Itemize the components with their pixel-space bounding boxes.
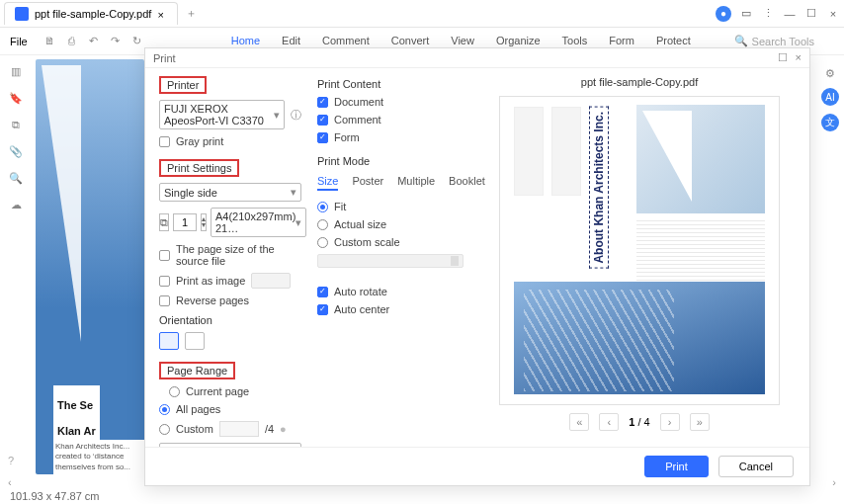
history-icon[interactable]: ↻ (130, 35, 144, 47)
print-dialog: Print ☐ × Printer FUJI XEROX ApeosPort-V… (144, 47, 810, 486)
dialog-title: Print (153, 52, 176, 64)
range-help-icon[interactable]: ● (280, 423, 287, 435)
preview-thumb-2 (551, 107, 581, 196)
copies-step[interactable]: ▴▾ (201, 213, 207, 231)
current-page-radio[interactable] (169, 386, 180, 397)
ai-icon[interactable]: AI (821, 88, 839, 106)
more-icon[interactable]: ⋮ (761, 7, 775, 21)
tab-size[interactable]: Size (317, 175, 338, 191)
preview-image-1 (636, 105, 765, 213)
autorotate-check[interactable] (317, 287, 328, 297)
preview-page: About Khan Architects Inc. (499, 96, 780, 405)
orientation-landscape[interactable] (185, 332, 205, 350)
printer-header: Printer (159, 76, 207, 94)
printer-select[interactable]: FUJI XEROX ApeosPort-VI C3370▾ (159, 100, 285, 129)
thumbnails-icon[interactable]: ▥ (8, 65, 24, 78)
cloud-icon[interactable]: ☁ (8, 199, 24, 211)
pager-last[interactable]: » (690, 413, 710, 431)
page-range-header: Page Range (159, 362, 235, 379)
range-input[interactable] (219, 421, 259, 437)
close-tab-icon[interactable]: × (157, 9, 167, 19)
autocenter-check[interactable] (317, 304, 328, 315)
undo-icon[interactable]: ↶ (87, 35, 101, 47)
page-next-icon[interactable]: › (832, 476, 836, 488)
tab-title: ppt file-sample-Copy.pdf (35, 8, 151, 20)
pager-prev[interactable]: ‹ (599, 413, 619, 431)
gray-print-check[interactable] (159, 136, 170, 147)
preview-textblock (636, 217, 765, 287)
orientation-portrait[interactable] (159, 332, 179, 350)
print-settings-header: Print Settings (159, 159, 239, 177)
actual-radio[interactable] (317, 219, 328, 230)
source-size-check[interactable] (159, 250, 170, 261)
printer-info-icon[interactable]: ⓘ (291, 108, 301, 123)
print-button[interactable]: Print (644, 456, 709, 477)
search-icon: 🔍 (734, 35, 748, 47)
custom-range-radio[interactable] (159, 424, 170, 435)
user-avatar[interactable]: ● (716, 6, 731, 22)
close-window-icon[interactable]: × (826, 7, 840, 21)
document-tab[interactable]: ppt file-sample-Copy.pdf × (4, 2, 178, 25)
cursor-coords: 101.93 x 47.87 cm (10, 490, 100, 502)
cancel-button[interactable]: Cancel (718, 456, 794, 477)
tab-poster[interactable]: Poster (352, 175, 383, 191)
fit-radio[interactable] (317, 202, 328, 212)
content-doc-check[interactable] (317, 97, 328, 108)
file-menu[interactable]: File (0, 36, 38, 47)
dialog-close-icon[interactable]: × (796, 51, 802, 64)
print-icon[interactable]: ⎙ (65, 35, 79, 47)
doc-subtext: Khan Architects Inc... created to ‘dista… (53, 440, 152, 474)
pager-next[interactable]: › (660, 413, 680, 431)
copies-input[interactable] (173, 213, 197, 231)
preview-rotated-text: About Khan Architects Inc. (589, 107, 609, 269)
orientation-header: Orientation (159, 314, 301, 326)
help-icon[interactable]: ? (8, 455, 14, 466)
print-mode-header: Print Mode (317, 155, 464, 167)
preview-thumb-1 (514, 107, 544, 196)
doc-heading: The SeKlan Ar (53, 385, 100, 445)
app-icon (15, 7, 29, 21)
print-image-check[interactable] (159, 276, 170, 287)
layers-icon[interactable]: ⧉ (8, 119, 24, 131)
bookmark-icon[interactable]: 🔖 (8, 92, 24, 105)
scale-slider[interactable] (317, 254, 464, 268)
minimize-icon[interactable]: — (783, 7, 797, 21)
translate-icon[interactable]: 文 (821, 114, 839, 131)
dpi-box (251, 273, 291, 289)
customscale-radio[interactable] (317, 237, 328, 248)
save-icon[interactable]: 🗎 (43, 35, 57, 47)
reverse-check[interactable] (159, 295, 170, 306)
maximize-icon[interactable]: ☐ (804, 7, 818, 21)
search-panel-icon[interactable]: 🔍 (8, 172, 24, 185)
content-comment-check[interactable] (317, 115, 328, 126)
content-form-check[interactable] (317, 132, 328, 143)
panel-toggle-icon[interactable]: ⚙ (825, 67, 835, 80)
redo-icon[interactable]: ↷ (109, 35, 123, 47)
notification-icon[interactable]: ▭ (739, 7, 753, 21)
add-tab-button[interactable]: ＋ (186, 6, 197, 21)
dialog-max-icon[interactable]: ☐ (778, 51, 788, 64)
page-prev-icon[interactable]: ‹ (8, 476, 12, 488)
search-input[interactable]: Search Tools (752, 36, 814, 47)
pager-page: 1 / 4 (629, 416, 649, 428)
tab-multiple[interactable]: Multiple (397, 175, 435, 191)
attachment-icon[interactable]: 📎 (8, 145, 24, 158)
preview-image-2 (514, 282, 765, 394)
print-content-header: Print Content (317, 78, 464, 90)
pager-first[interactable]: « (569, 413, 589, 431)
copies-icon: ⧉ (159, 213, 169, 231)
preview-title: ppt file-sample-Copy.pdf (481, 76, 798, 88)
all-pages-radio[interactable] (159, 404, 170, 415)
paper-select[interactable]: A4(210x297mm) 21…▾ (211, 208, 306, 237)
sides-select[interactable]: Single side▾ (159, 183, 301, 202)
